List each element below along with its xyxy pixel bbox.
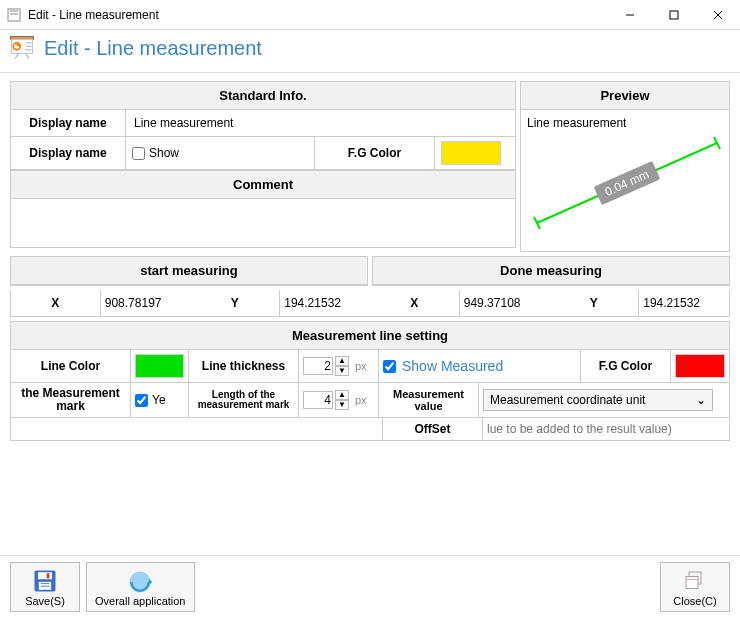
- done-y-input[interactable]: [643, 296, 725, 310]
- px-unit2: px: [355, 394, 367, 406]
- minimize-icon: [625, 10, 635, 20]
- coordinates-row: X Y X Y: [10, 290, 730, 317]
- fg-color2-label: F.G Color: [581, 350, 671, 382]
- line-color-swatch[interactable]: [135, 354, 184, 378]
- displayname-label: Display name: [11, 110, 126, 136]
- window-title: Edit - Line measurement: [28, 8, 608, 22]
- done-x-label: X: [370, 290, 460, 316]
- svg-text:0.04 mm: 0.04 mm: [603, 167, 651, 199]
- page-header: Edit - Line measurement: [0, 30, 740, 73]
- comment-title: Comment: [11, 170, 515, 199]
- fg-color-label: F.G Color: [315, 137, 435, 169]
- preview-section: Preview Line measurement 0.04 mm: [520, 81, 730, 252]
- fg-color2-swatch[interactable]: [675, 354, 725, 378]
- thickness-down-button[interactable]: ▼: [335, 366, 349, 376]
- maximize-button[interactable]: [652, 0, 696, 30]
- displayname-input[interactable]: [132, 114, 509, 132]
- svg-rect-4: [670, 11, 678, 19]
- maximize-icon: [669, 10, 679, 20]
- window-titlebar: Edit - Line measurement: [0, 0, 740, 30]
- offset-input[interactable]: [487, 422, 717, 436]
- overall-icon: [126, 568, 154, 596]
- measurement-line-setting-section: Measurement line setting Line Color Line…: [10, 321, 730, 441]
- preview-title: Preview: [521, 82, 729, 110]
- mark-length-label: Length of the measurement mark: [189, 383, 299, 417]
- close-icon: [713, 10, 723, 20]
- marklen-up-button[interactable]: ▲: [335, 390, 349, 400]
- show-checkbox[interactable]: Show: [132, 146, 179, 160]
- save-button[interactable]: Save(S): [10, 562, 80, 612]
- start-x-label: X: [11, 290, 101, 316]
- save-label: Save(S): [25, 595, 65, 607]
- chevron-down-icon: ⌄: [696, 393, 706, 407]
- measurement-value-select[interactable]: Measurement coordinate unit ⌄: [483, 389, 713, 411]
- px-unit: px: [355, 360, 367, 372]
- measurement-setting-title: Measurement line setting: [11, 322, 729, 350]
- show-label: Show: [149, 146, 179, 160]
- svg-rect-21: [38, 572, 52, 579]
- marklen-down-button[interactable]: ▼: [335, 400, 349, 410]
- line-color-label: Line Color: [11, 350, 131, 382]
- show-measured-label: Show Measured: [402, 358, 503, 374]
- close-btn-icon: [681, 567, 709, 595]
- overall-label: Overall application: [95, 596, 186, 607]
- svg-rect-29: [686, 577, 698, 589]
- measurement-mark-label: the Measurement mark: [11, 383, 131, 417]
- start-y-input[interactable]: [284, 296, 366, 310]
- measurement-value-label: Measurement value: [379, 383, 479, 417]
- done-y-label: Y: [550, 290, 640, 316]
- svg-rect-22: [47, 573, 50, 578]
- start-measuring-title: start measuring: [11, 257, 367, 285]
- start-x-input[interactable]: [105, 296, 187, 310]
- done-measuring-title: Done measuring: [373, 257, 729, 285]
- mark-length-spinner[interactable]: ▲ ▼ px: [303, 390, 367, 410]
- line-thickness-spinner[interactable]: ▲ ▼ px: [303, 356, 367, 376]
- line-thickness-label: Line thickness: [189, 350, 299, 382]
- save-icon: [31, 567, 59, 595]
- mark-check-text: Ye: [152, 393, 166, 407]
- displayname2-label: Display name: [11, 137, 126, 169]
- close-button[interactable]: Close(C): [660, 562, 730, 612]
- svg-line-13: [15, 53, 19, 58]
- page-title: Edit - Line measurement: [44, 37, 262, 60]
- standard-info-section: Standard Info. Display name Display name…: [10, 81, 516, 248]
- presentation-icon: [8, 34, 36, 62]
- footer-toolbar: Save(S) Overall application Close(C): [0, 555, 740, 618]
- done-measuring-section: Done measuring: [372, 256, 730, 286]
- line-thickness-input[interactable]: [303, 357, 333, 375]
- close-label: Close(C): [673, 595, 716, 607]
- minimize-button[interactable]: [608, 0, 652, 30]
- close-window-button[interactable]: [696, 0, 740, 30]
- preview-line-icon: 0.04 mm: [527, 128, 722, 238]
- measurement-value-selected: Measurement coordinate unit: [490, 393, 645, 407]
- svg-marker-27: [149, 578, 153, 585]
- comment-input[interactable]: [17, 214, 509, 232]
- offset-label: OffSet: [383, 418, 483, 440]
- fg-color-swatch[interactable]: [441, 141, 501, 165]
- mark-length-input[interactable]: [303, 391, 333, 409]
- mark-checkbox[interactable]: [135, 394, 148, 407]
- preview-canvas: Line measurement 0.04 mm: [521, 110, 729, 242]
- show-measured-checkbox[interactable]: [383, 360, 396, 373]
- svg-line-14: [26, 53, 30, 58]
- overall-application-button[interactable]: Overall application: [86, 562, 195, 612]
- thickness-up-button[interactable]: ▲: [335, 356, 349, 366]
- done-x-input[interactable]: [464, 296, 546, 310]
- app-icon: [6, 7, 22, 23]
- start-measuring-section: start measuring: [10, 256, 368, 286]
- standard-info-title: Standard Info.: [11, 82, 515, 110]
- svg-point-26: [130, 571, 151, 592]
- show-checkbox-input[interactable]: [132, 147, 145, 160]
- start-y-label: Y: [191, 290, 281, 316]
